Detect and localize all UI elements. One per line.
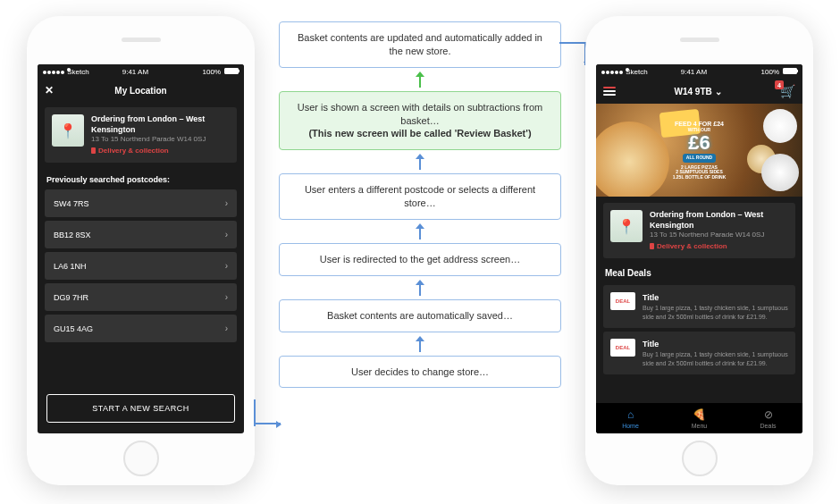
deal-desc: Buy 1 large pizza, 1 tasty chicken side,…: [643, 305, 788, 319]
deal-title: Title: [643, 292, 788, 303]
store-name: Ordering from London – West Kensington: [650, 210, 788, 231]
chevron-right-icon: ›: [225, 261, 228, 271]
store-info: Ordering from London – West Kensington 1…: [91, 114, 230, 155]
postcode-row[interactable]: SW4 7RS›: [45, 189, 237, 217]
phone-left: Sketch 9:41 AM 100% ✕ My Location 📍 Orde…: [27, 16, 255, 485]
arrow-up-icon: [419, 71, 421, 88]
chevron-right-icon: ›: [225, 230, 228, 239]
promo-banner[interactable]: FEED 4 FOR £24 WITH OUR £6 ALL ROUND 2 L…: [596, 104, 802, 197]
cart-badge: 4: [775, 80, 784, 89]
start-new-search-button[interactable]: START A NEW SEARCH: [46, 394, 235, 423]
connector-left: [254, 423, 281, 424]
tab-home[interactable]: ⌂Home: [596, 403, 665, 433]
signal-dots: Sketch: [43, 68, 71, 76]
postcode-row[interactable]: LA6 1NH›: [45, 252, 237, 280]
status-bar: Sketch 9:41 AM 100%: [38, 64, 244, 79]
postcode-row[interactable]: GU15 4AG›: [45, 315, 237, 342]
chevron-right-icon: ›: [225, 323, 228, 333]
tab-bar: ⌂Home 🍕Menu ⊘Deals: [596, 403, 802, 433]
arrow-up-icon: [419, 154, 421, 170]
tag-icon: ⊘: [764, 408, 773, 421]
deal-badge: DEAL: [610, 292, 635, 310]
store-tag: Delivery & collection: [91, 147, 230, 155]
status-time: 9:41 AM: [122, 68, 148, 76]
phone-speaker: [680, 38, 719, 42]
header-bar: W14 9TB ⌄ 🛒4: [596, 79, 802, 104]
connector-right: [559, 42, 586, 44]
map-pin-icon: 📍: [52, 114, 84, 147]
phone-speaker: [122, 38, 161, 42]
current-store-card[interactable]: 📍 Ordering from London – West Kensington…: [45, 107, 237, 163]
arrow-up-icon: [419, 223, 421, 239]
pizza-image: [596, 122, 669, 197]
flow-step-highlight: User is shown a screen with details on s…: [279, 91, 561, 151]
store-info: Ordering from London – West Kensington 1…: [650, 210, 788, 251]
map-pin-icon: 📍: [610, 210, 643, 242]
flow-diagram: Basket contents are updated and automati…: [279, 21, 561, 388]
postcode-row[interactable]: DG9 7HR›: [45, 283, 237, 311]
flow-step: Basket contents are automatically saved…: [279, 299, 561, 332]
deal-card[interactable]: DEAL TitleBuy 1 large pizza, 1 tasty chi…: [603, 285, 795, 328]
flow-step: Basket contents are updated and automati…: [279, 21, 561, 68]
promo-text: FEED 4 FOR £24 WITH OUR £6 ALL ROUND 2 L…: [673, 121, 727, 180]
deal-desc: Buy 1 large pizza, 1 tasty chicken side,…: [643, 351, 788, 365]
flow-step: User enters a different postcode or sele…: [279, 173, 561, 220]
chevron-right-icon: ›: [225, 198, 228, 208]
store-address: 13 To 15 Northend Parade W14 0SJ: [650, 231, 788, 239]
header-title[interactable]: W14 9TB ⌄: [674, 87, 721, 97]
phone-right: Sketch 9:41 AM 100% W14 9TB ⌄ 🛒4 FEED 4 …: [585, 16, 813, 485]
battery-icon: [783, 68, 797, 74]
cart-icon[interactable]: 🛒4: [780, 84, 795, 98]
store-name: Ordering from London – West Kensington: [91, 114, 230, 135]
signal-dots: Sketch: [601, 68, 630, 76]
deal-card[interactable]: DEAL TitleBuy 1 large pizza, 1 tasty chi…: [603, 332, 795, 374]
chevron-down-icon: ⌄: [715, 87, 722, 97]
home-icon: ⌂: [627, 408, 634, 421]
menu-icon[interactable]: [603, 87, 616, 96]
flow-step: User is redirected to the get address sc…: [279, 243, 561, 276]
current-store-card[interactable]: 📍 Ordering from London – West Kensington…: [603, 203, 795, 258]
store-address: 13 To 15 Northend Parade W14 0SJ: [91, 135, 230, 144]
status-right: 100%: [199, 68, 239, 76]
arrow-up-icon: [419, 280, 421, 296]
home-button[interactable]: [123, 441, 159, 476]
screen-left: Sketch 9:41 AM 100% ✕ My Location 📍 Orde…: [38, 64, 244, 433]
tab-deals[interactable]: ⊘Deals: [734, 403, 802, 433]
flow-step: User decides to change store…: [279, 356, 561, 389]
titlebar: ✕ My Location: [38, 79, 244, 102]
page-title: My Location: [114, 86, 166, 96]
status-bar: Sketch 9:41 AM 100%: [596, 64, 802, 79]
chevron-right-icon: ›: [225, 292, 228, 302]
arrow-up-icon: [419, 336, 421, 352]
plate-image: [763, 109, 797, 143]
previous-postcodes-label: Previously searched postcodes:: [38, 168, 244, 189]
close-icon[interactable]: ✕: [45, 84, 54, 97]
tab-menu[interactable]: 🍕Menu: [665, 403, 734, 433]
deal-badge: DEAL: [610, 339, 635, 357]
status-right: 100%: [758, 68, 797, 76]
deal-title: Title: [643, 339, 788, 349]
section-meal-deals: Meal Deals: [596, 265, 802, 281]
battery-icon: [224, 68, 239, 74]
plate-image: [761, 154, 799, 191]
store-tag: Delivery & collection: [650, 242, 788, 251]
postcode-row[interactable]: BB12 8SX›: [45, 221, 237, 248]
pizza-icon: 🍕: [693, 408, 706, 421]
screen-right: Sketch 9:41 AM 100% W14 9TB ⌄ 🛒4 FEED 4 …: [596, 64, 802, 433]
home-button[interactable]: [682, 441, 718, 476]
status-time: 9:41 AM: [681, 68, 707, 76]
